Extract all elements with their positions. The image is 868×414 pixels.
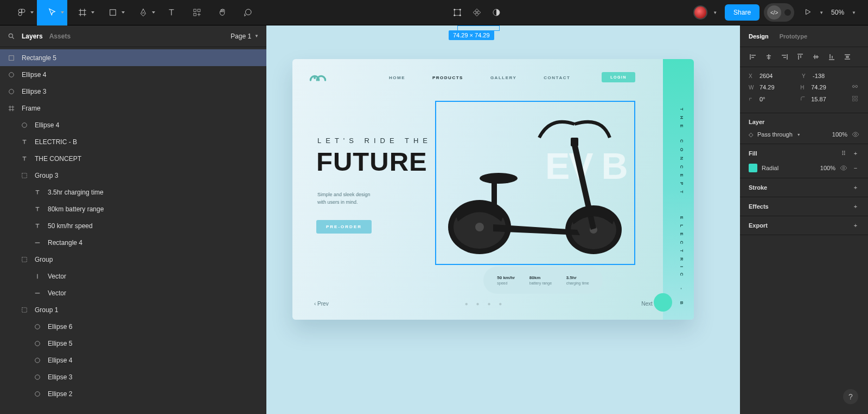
page-dropdown[interactable]: Page 1 ▼ bbox=[231, 33, 259, 40]
align-right-button[interactable] bbox=[780, 53, 789, 61]
svg-rect-1 bbox=[194, 9, 196, 12]
align-bottom-button[interactable] bbox=[827, 53, 836, 61]
search-icon[interactable] bbox=[8, 33, 15, 40]
layer-row[interactable]: Rectangle 4 bbox=[0, 234, 266, 251]
remove-fill-button[interactable]: − bbox=[852, 164, 859, 172]
layer-row[interactable]: Ellipse 3 bbox=[0, 368, 266, 385]
layer-row[interactable]: Ellipse 2 bbox=[0, 385, 266, 402]
layer-list[interactable]: Rectangle 5Ellipse 4Ellipse 3FrameEllips… bbox=[0, 47, 266, 414]
x-input[interactable]: 2604 bbox=[760, 73, 773, 79]
tab-prototype[interactable]: Prototype bbox=[780, 33, 807, 40]
shape-tool-button[interactable] bbox=[98, 0, 128, 25]
ellipse-icon bbox=[34, 373, 41, 381]
fill-opacity-input[interactable]: 100% bbox=[820, 165, 835, 171]
ellipse-icon bbox=[34, 323, 41, 331]
blend-mode-dropdown[interactable]: Pass through bbox=[757, 131, 793, 138]
layers-panel: Layers Assets Page 1 ▼ Rectangle 5Ellips… bbox=[0, 25, 266, 414]
layer-label: Rectangle 5 bbox=[22, 54, 56, 62]
svg-point-6 bbox=[459, 9, 461, 10]
text-tool-button[interactable] bbox=[158, 0, 184, 25]
layer-row[interactable]: Ellipse 4 bbox=[0, 117, 266, 133]
layer-row[interactable]: Ellipse 3 bbox=[0, 83, 266, 100]
w-input[interactable]: 74.29 bbox=[760, 84, 775, 90]
tab-layers[interactable]: Layers bbox=[22, 33, 43, 40]
resources-button[interactable] bbox=[184, 0, 209, 25]
layer-row[interactable]: Ellipse 6 bbox=[0, 318, 266, 335]
fill-swatch[interactable] bbox=[749, 164, 757, 172]
svg-rect-33 bbox=[853, 96, 855, 99]
mask-button[interactable] bbox=[492, 0, 501, 25]
svg-rect-2 bbox=[197, 9, 200, 12]
edit-object-button[interactable] bbox=[452, 0, 462, 25]
add-fill-button[interactable]: + bbox=[852, 150, 859, 157]
svg-rect-36 bbox=[856, 99, 858, 101]
frame-tool-button[interactable] bbox=[67, 0, 98, 25]
fill-styles-button[interactable]: ⠿ bbox=[840, 150, 847, 157]
add-effect-button[interactable]: + bbox=[852, 203, 859, 210]
layer-row[interactable]: Group 1 bbox=[0, 301, 266, 318]
layer-label: 3.5hr charging time bbox=[48, 189, 104, 196]
distribute-button[interactable] bbox=[843, 53, 852, 61]
component-button[interactable] bbox=[472, 0, 482, 25]
layer-row[interactable]: Vector bbox=[0, 284, 266, 301]
rotation-input[interactable]: 0° bbox=[760, 96, 765, 102]
zoom-level[interactable]: 50% bbox=[831, 9, 844, 16]
align-left-button[interactable] bbox=[749, 53, 757, 61]
align-hcenter-button[interactable] bbox=[764, 53, 773, 61]
layer-row[interactable]: Rectangle 5 bbox=[0, 49, 266, 66]
layer-row[interactable]: 80km battery range bbox=[0, 200, 266, 217]
layer-row[interactable]: 50 km/hr speed bbox=[0, 217, 266, 234]
user-avatar[interactable] bbox=[693, 5, 707, 20]
layer-row[interactable]: Ellipse 5 bbox=[0, 335, 266, 352]
prev-label: ‹ Prev bbox=[314, 301, 329, 307]
figma-menu-button[interactable] bbox=[7, 0, 37, 25]
radius-input[interactable]: 15.87 bbox=[811, 96, 826, 102]
comment-tool-button[interactable] bbox=[235, 0, 260, 25]
add-stroke-button[interactable]: + bbox=[852, 184, 859, 191]
blend-diamond-icon[interactable]: ◇ bbox=[749, 131, 753, 138]
independent-corners-button[interactable] bbox=[852, 95, 859, 103]
move-tool-button[interactable] bbox=[37, 0, 67, 25]
text-icon bbox=[34, 189, 41, 196]
layer-row[interactable]: ELECTRIC - B bbox=[0, 133, 266, 150]
selection-size-label: 74.29 × 74.29 bbox=[449, 30, 494, 40]
layer-row[interactable]: THE CONCEPT bbox=[0, 150, 266, 167]
avatar-chevron-icon[interactable]: ▼ bbox=[713, 10, 717, 15]
layer-row[interactable]: Group bbox=[0, 251, 266, 268]
h-input[interactable]: 74.29 bbox=[811, 84, 826, 90]
layer-row[interactable]: Ellipse 4 bbox=[0, 352, 266, 368]
present-chevron-icon[interactable]: ▼ bbox=[819, 10, 824, 15]
vert-icon bbox=[34, 273, 41, 280]
tab-design[interactable]: Design bbox=[749, 33, 769, 40]
add-export-button[interactable]: + bbox=[852, 222, 859, 229]
canvas[interactable]: 74.29 × 74.29 THE CONCEPT ELECTRIC - B H… bbox=[266, 25, 740, 414]
zoom-chevron-icon[interactable]: ▼ bbox=[852, 10, 856, 15]
svg-point-23 bbox=[314, 77, 316, 79]
constrain-proportions-button[interactable] bbox=[852, 83, 859, 91]
y-input[interactable]: -138 bbox=[813, 73, 825, 79]
w-label: W bbox=[749, 85, 755, 90]
layer-row[interactable]: Group 3 bbox=[0, 167, 266, 184]
tab-assets[interactable]: Assets bbox=[49, 33, 71, 40]
text-icon bbox=[21, 138, 28, 146]
svg-rect-11 bbox=[9, 55, 14, 60]
visibility-toggle[interactable] bbox=[852, 131, 859, 138]
hand-tool-button[interactable] bbox=[209, 0, 235, 25]
layer-opacity-input[interactable]: 100% bbox=[832, 131, 847, 138]
artboard-frame[interactable]: THE CONCEPT ELECTRIC - B HOME PRODUCTS G… bbox=[292, 59, 694, 320]
align-vcenter-button[interactable] bbox=[812, 53, 820, 61]
layer-row[interactable]: 3.5hr charging time bbox=[0, 184, 266, 200]
fill-visibility-toggle[interactable] bbox=[840, 164, 847, 172]
sidebar-text-concept: THE CONCEPT bbox=[679, 108, 684, 198]
fill-type-label[interactable]: Radial bbox=[762, 165, 778, 171]
layer-row[interactable]: Vector bbox=[0, 268, 266, 284]
present-button[interactable] bbox=[804, 8, 812, 17]
layer-row[interactable]: Ellipse 4 bbox=[0, 66, 266, 83]
help-button[interactable]: ? bbox=[843, 389, 858, 404]
pen-tool-button[interactable] bbox=[128, 0, 158, 25]
share-button[interactable]: Share bbox=[725, 4, 760, 21]
align-top-button[interactable] bbox=[796, 53, 805, 61]
layer-row[interactable]: Frame bbox=[0, 100, 266, 117]
svg-point-5 bbox=[454, 9, 455, 10]
dev-mode-toggle[interactable]: </> bbox=[764, 3, 794, 22]
